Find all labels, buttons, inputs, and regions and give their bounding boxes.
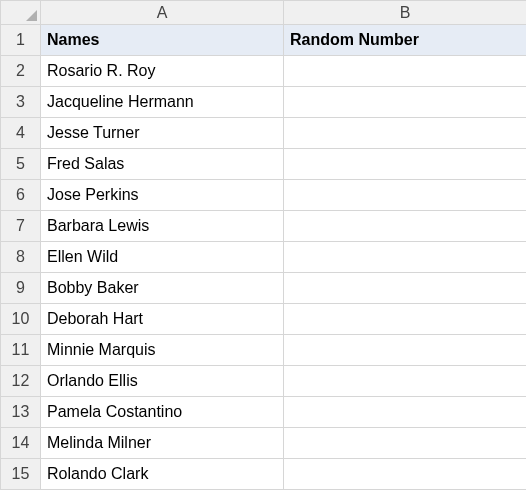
cell-A7[interactable]: Barbara Lewis (41, 211, 284, 242)
cell-B12[interactable] (284, 366, 527, 397)
row-header-14[interactable]: 14 (1, 428, 41, 459)
table-row: 2 Rosario R. Roy (1, 56, 527, 87)
table-row: 1 Names Random Number (1, 25, 527, 56)
cell-B3[interactable] (284, 87, 527, 118)
row-header-5[interactable]: 5 (1, 149, 41, 180)
cell-A13[interactable]: Pamela Costantino (41, 397, 284, 428)
column-header-A[interactable]: A (41, 1, 284, 25)
select-all-corner[interactable] (1, 1, 41, 25)
cell-A9[interactable]: Bobby Baker (41, 273, 284, 304)
cell-B5[interactable] (284, 149, 527, 180)
column-header-B[interactable]: B (284, 1, 527, 25)
cell-A11[interactable]: Minnie Marquis (41, 335, 284, 366)
table-row: 12 Orlando Ellis (1, 366, 527, 397)
row-header-13[interactable]: 13 (1, 397, 41, 428)
row-header-15[interactable]: 15 (1, 459, 41, 490)
cell-A4[interactable]: Jesse Turner (41, 118, 284, 149)
cell-A12[interactable]: Orlando Ellis (41, 366, 284, 397)
cell-A1[interactable]: Names (41, 25, 284, 56)
table-row: 10 Deborah Hart (1, 304, 527, 335)
cell-B10[interactable] (284, 304, 527, 335)
cell-A3[interactable]: Jacqueline Hermann (41, 87, 284, 118)
row-header-8[interactable]: 8 (1, 242, 41, 273)
table-row: 6 Jose Perkins (1, 180, 527, 211)
table-row: 4 Jesse Turner (1, 118, 527, 149)
table-row: 7 Barbara Lewis (1, 211, 527, 242)
table-row: 13 Pamela Costantino (1, 397, 527, 428)
cell-B4[interactable] (284, 118, 527, 149)
cell-A10[interactable]: Deborah Hart (41, 304, 284, 335)
cell-A6[interactable]: Jose Perkins (41, 180, 284, 211)
row-header-3[interactable]: 3 (1, 87, 41, 118)
row-header-7[interactable]: 7 (1, 211, 41, 242)
cell-B8[interactable] (284, 242, 527, 273)
table-row: 3 Jacqueline Hermann (1, 87, 527, 118)
row-header-1[interactable]: 1 (1, 25, 41, 56)
table-row: 11 Minnie Marquis (1, 335, 527, 366)
cell-B2[interactable] (284, 56, 527, 87)
cell-B15[interactable] (284, 459, 527, 490)
row-header-12[interactable]: 12 (1, 366, 41, 397)
row-header-10[interactable]: 10 (1, 304, 41, 335)
column-header-row: A B (1, 1, 527, 25)
row-header-9[interactable]: 9 (1, 273, 41, 304)
row-header-4[interactable]: 4 (1, 118, 41, 149)
table-row: 5 Fred Salas (1, 149, 527, 180)
cell-B11[interactable] (284, 335, 527, 366)
cell-B1[interactable]: Random Number (284, 25, 527, 56)
table-row: 15 Rolando Clark (1, 459, 527, 490)
cell-B14[interactable] (284, 428, 527, 459)
table-row: 8 Ellen Wild (1, 242, 527, 273)
row-header-6[interactable]: 6 (1, 180, 41, 211)
cell-B9[interactable] (284, 273, 527, 304)
spreadsheet-grid[interactable]: A B 1 Names Random Number 2 Rosario R. R… (0, 0, 526, 490)
cell-A8[interactable]: Ellen Wild (41, 242, 284, 273)
cell-A15[interactable]: Rolando Clark (41, 459, 284, 490)
cell-B13[interactable] (284, 397, 527, 428)
cell-A2[interactable]: Rosario R. Roy (41, 56, 284, 87)
row-header-11[interactable]: 11 (1, 335, 41, 366)
cell-B6[interactable] (284, 180, 527, 211)
cell-A5[interactable]: Fred Salas (41, 149, 284, 180)
table-row: 9 Bobby Baker (1, 273, 527, 304)
row-header-2[interactable]: 2 (1, 56, 41, 87)
cell-B7[interactable] (284, 211, 527, 242)
table-row: 14 Melinda Milner (1, 428, 527, 459)
cell-A14[interactable]: Melinda Milner (41, 428, 284, 459)
